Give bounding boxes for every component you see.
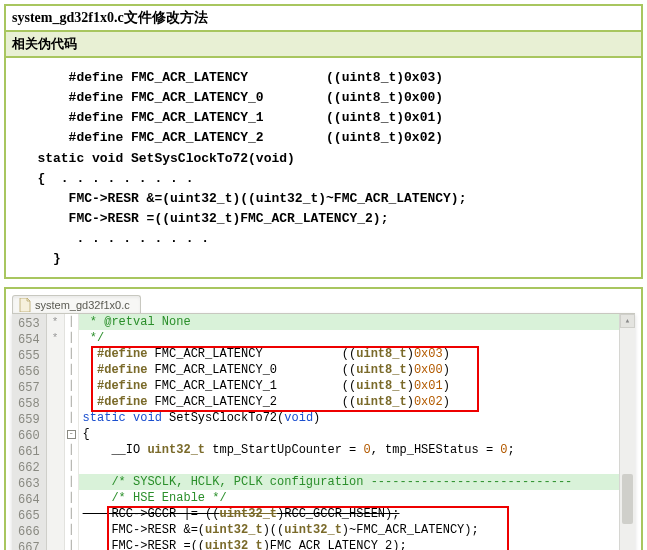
code-line[interactable]: #define FMC_ACR_LATENCY ((uint8_t)0x03) bbox=[79, 346, 635, 362]
code-line[interactable]: #define FMC_ACR_LATENCY_1 ((uint8_t)0x01… bbox=[79, 378, 635, 394]
section-subtitle: 相关伪代码 bbox=[6, 32, 641, 58]
code-area[interactable]: * @retval None */ #define FMC_ACR_LATENC… bbox=[79, 314, 635, 550]
pseudocode-block: #define FMC_ACR_LATENCY ((uint8_t)0x03) … bbox=[6, 58, 641, 277]
fold-marker[interactable]: │ bbox=[65, 458, 78, 474]
line-number: 661 bbox=[18, 444, 40, 460]
line-marker bbox=[47, 426, 64, 442]
code-line[interactable]: static void SetSysClockTo72(void) bbox=[79, 410, 635, 426]
line-marker bbox=[47, 522, 64, 538]
line-number-gutter: 6536546556566576586596606616626636646656… bbox=[12, 314, 47, 550]
fold-marker[interactable]: │ bbox=[65, 410, 78, 426]
line-marker bbox=[47, 490, 64, 506]
tab-bar: system_gd32f1x0.c bbox=[12, 291, 635, 313]
code-line[interactable]: { bbox=[79, 426, 635, 442]
fold-marker[interactable]: │ bbox=[65, 442, 78, 458]
code-line[interactable]: RCC->GCCR |= ((uint32_t)RCC_GCCR_HSEEN); bbox=[79, 506, 635, 522]
line-marker bbox=[47, 538, 64, 550]
fold-marker[interactable]: │ bbox=[65, 522, 78, 538]
line-marker bbox=[47, 506, 64, 522]
line-number: 655 bbox=[18, 348, 40, 364]
line-number: 666 bbox=[18, 524, 40, 540]
line-number: 658 bbox=[18, 396, 40, 412]
fold-marker[interactable]: │ bbox=[65, 538, 78, 550]
line-marker bbox=[47, 442, 64, 458]
marker-column: ** bbox=[47, 314, 65, 550]
code-line[interactable] bbox=[79, 458, 635, 474]
code-line[interactable]: #define FMC_ACR_LATENCY_0 ((uint8_t)0x00… bbox=[79, 362, 635, 378]
tab-label: system_gd32f1x0.c bbox=[35, 299, 130, 311]
tab-file[interactable]: system_gd32f1x0.c bbox=[12, 295, 141, 313]
line-number: 653 bbox=[18, 316, 40, 332]
code-line[interactable]: FMC->RESR &=(uint32_t)((uint32_t)~FMC_AC… bbox=[79, 522, 635, 538]
line-number: 656 bbox=[18, 364, 40, 380]
code-line[interactable]: */ bbox=[79, 330, 635, 346]
line-number: 665 bbox=[18, 508, 40, 524]
line-marker bbox=[47, 378, 64, 394]
line-number: 667 bbox=[18, 540, 40, 550]
fold-marker[interactable]: │ bbox=[65, 490, 78, 506]
fold-marker[interactable]: │ bbox=[65, 378, 78, 394]
fold-marker[interactable]: │ bbox=[65, 314, 78, 330]
fold-marker[interactable]: │ bbox=[65, 330, 78, 346]
code-line[interactable]: /* HSE Enable */ bbox=[79, 490, 635, 506]
vertical-scrollbar[interactable]: ▴ ▾ bbox=[619, 314, 635, 550]
line-number: 663 bbox=[18, 476, 40, 492]
line-number: 662 bbox=[18, 460, 40, 476]
line-marker bbox=[47, 362, 64, 378]
code-line[interactable]: #define FMC_ACR_LATENCY_2 ((uint8_t)0x02… bbox=[79, 394, 635, 410]
line-marker bbox=[47, 458, 64, 474]
code-line[interactable]: __IO uint32_t tmp_StartUpCounter = 0, tm… bbox=[79, 442, 635, 458]
fold-column[interactable]: │││││││-││││││││││ bbox=[65, 314, 79, 550]
doc-section: system_gd32f1x0.c文件修改方法 相关伪代码 #define FM… bbox=[4, 4, 643, 279]
line-marker bbox=[47, 474, 64, 490]
line-marker: * bbox=[47, 314, 64, 330]
line-marker: * bbox=[47, 330, 64, 346]
line-number: 659 bbox=[18, 412, 40, 428]
line-number: 657 bbox=[18, 380, 40, 396]
code-line[interactable]: * @retval None bbox=[79, 314, 635, 330]
line-marker bbox=[47, 394, 64, 410]
fold-marker[interactable]: │ bbox=[65, 506, 78, 522]
line-marker bbox=[47, 346, 64, 362]
scroll-thumb[interactable] bbox=[622, 474, 633, 524]
code-line[interactable]: /* SYSCLK, HCLK, PCLK configuration ----… bbox=[79, 474, 635, 490]
line-marker bbox=[47, 410, 64, 426]
scroll-up-button[interactable]: ▴ bbox=[620, 314, 635, 328]
fold-marker[interactable]: │ bbox=[65, 474, 78, 490]
line-number: 664 bbox=[18, 492, 40, 508]
editor-body: 6536546556566576586596606616626636646656… bbox=[12, 313, 635, 550]
fold-marker[interactable]: │ bbox=[65, 394, 78, 410]
fold-marker[interactable]: │ bbox=[65, 362, 78, 378]
section-title: system_gd32f1x0.c文件修改方法 bbox=[6, 6, 641, 32]
fold-marker[interactable]: │ bbox=[65, 346, 78, 362]
code-editor: system_gd32f1x0.c 6536546556566576586596… bbox=[4, 287, 643, 550]
code-line[interactable]: FMC->RESR =((uint32_t)FMC_ACR_LATENCY_2)… bbox=[79, 538, 635, 550]
line-number: 654 bbox=[18, 332, 40, 348]
line-number: 660 bbox=[18, 428, 40, 444]
file-icon bbox=[19, 298, 31, 312]
fold-marker[interactable]: - bbox=[65, 426, 78, 442]
